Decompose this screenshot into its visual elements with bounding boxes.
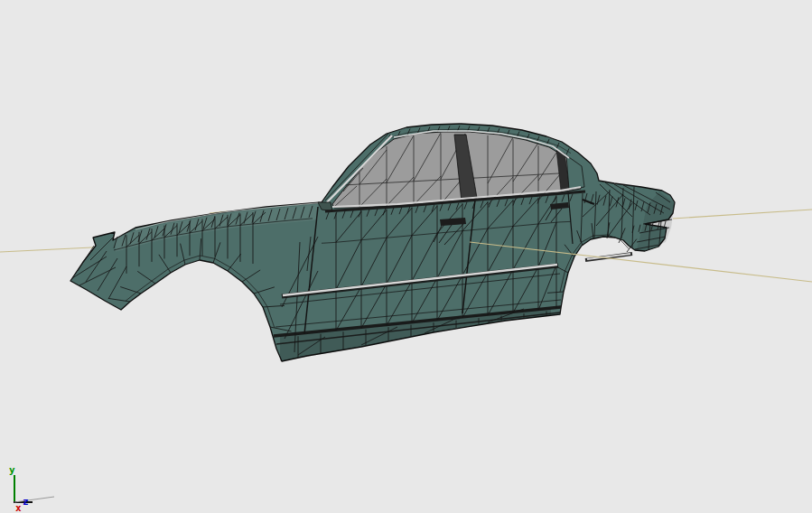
axis-z-label: z <box>23 496 29 508</box>
viewport-canvas[interactable]: y x z <box>0 0 812 513</box>
axis-y-label: y <box>9 464 15 476</box>
axis-x-label: x <box>15 502 22 513</box>
viewport-3d[interactable]: y x z <box>0 0 812 513</box>
